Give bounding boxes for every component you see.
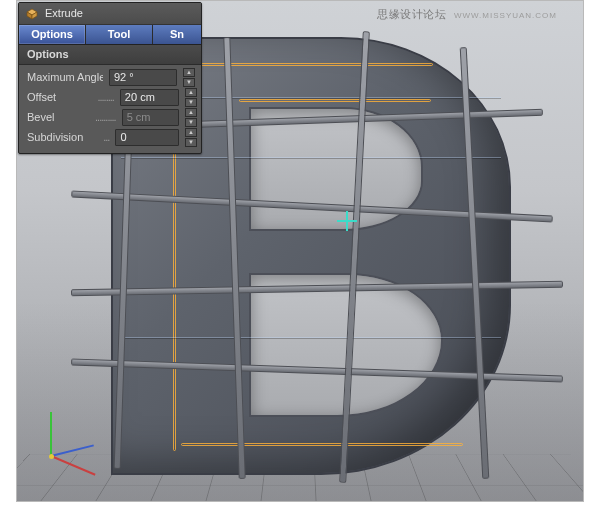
- spinner[interactable]: ▲▼: [185, 88, 197, 107]
- param-row-bevel: Bevel .......... 5 cm ▲▼: [23, 107, 197, 127]
- selected-edge: [239, 99, 431, 102]
- param-row-offset: Offset ........ 20 cm ▲▼: [23, 87, 197, 107]
- offset-field[interactable]: 20 cm: [120, 89, 179, 106]
- param-label: Subdivision: [23, 131, 97, 143]
- watermark-url: WWW.MISSYUAN.COM: [454, 11, 557, 20]
- panel-tabs: Options Tool Sn: [19, 25, 201, 44]
- tab-options[interactable]: Options: [19, 25, 86, 44]
- watermark: 思缘设计论坛 WWW.MISSYUAN.COM: [377, 7, 557, 22]
- dotted-leader: ...: [103, 131, 109, 143]
- extrude-panel[interactable]: Extrude Options Tool Sn Options Maximum …: [18, 2, 202, 154]
- dotted-leader: ..........: [95, 111, 116, 123]
- param-row-maximum-angle: Maximum Angle 92 ° ▲▼: [23, 67, 197, 87]
- tab-snap[interactable]: Sn: [153, 25, 201, 44]
- selected-edge: [181, 443, 463, 446]
- chevron-down-icon: ▼: [185, 118, 197, 127]
- chevron-down-icon[interactable]: ▼: [185, 138, 197, 147]
- options-rows: Maximum Angle 92 ° ▲▼ Offset ........ 20…: [19, 65, 201, 153]
- section-header-options: Options: [19, 44, 201, 65]
- chevron-up-icon[interactable]: ▲: [185, 88, 197, 97]
- chevron-up-icon: ▲: [185, 108, 197, 117]
- axis-origin-icon: [49, 454, 54, 459]
- param-label: Bevel: [23, 111, 89, 123]
- chevron-up-icon[interactable]: ▲: [183, 68, 195, 77]
- tab-tool[interactable]: Tool: [86, 25, 153, 44]
- panel-title: Extrude: [45, 7, 83, 19]
- param-row-subdivision: Subdivision ... 0 ▲▼: [23, 127, 197, 147]
- axis-gizmo[interactable]: [51, 397, 111, 457]
- chevron-down-icon[interactable]: ▼: [185, 98, 197, 107]
- chevron-down-icon[interactable]: ▼: [183, 78, 195, 87]
- panel-titlebar[interactable]: Extrude: [19, 3, 201, 25]
- extrude-tool-icon: [25, 6, 39, 20]
- param-label: Offset: [23, 91, 91, 103]
- selected-edge: [181, 63, 433, 66]
- spinner[interactable]: ▲▼: [183, 68, 195, 87]
- dotted-leader: ........: [97, 91, 113, 103]
- maximum-angle-field[interactable]: 92 °: [109, 69, 177, 86]
- axis-y-icon: [50, 412, 52, 456]
- spinner[interactable]: ▲▼: [185, 128, 197, 147]
- axis-z-icon: [51, 444, 94, 457]
- chevron-up-icon[interactable]: ▲: [185, 128, 197, 137]
- subdivision-field[interactable]: 0: [115, 129, 179, 146]
- param-label: Maximum Angle: [23, 71, 103, 83]
- watermark-text: 思缘设计论坛: [377, 8, 446, 20]
- spinner: ▲▼: [185, 108, 197, 127]
- bevel-field: 5 cm: [122, 109, 179, 126]
- 3d-cursor: [337, 211, 357, 231]
